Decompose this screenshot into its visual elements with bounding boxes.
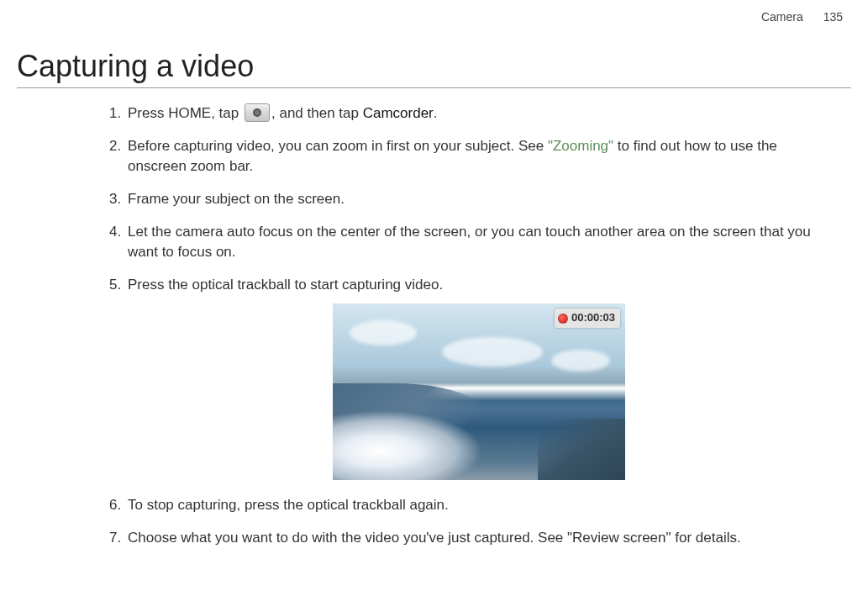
header-section: Camera [761,10,803,24]
steps-list: Press HOME, tap , and then tap Camcorder… [109,103,830,549]
recording-timer-badge: 00:00:03 [555,309,620,328]
timer-text: 00:00:03 [571,310,615,326]
page-header: Camera 135 [17,8,851,24]
video-capture-screenshot: 00:00:03 [333,303,625,480]
cloud-decoration [442,337,543,367]
step-3-text: Frame your subject on the screen. [128,191,345,207]
step-1-text-c: . [434,105,438,121]
record-indicator-icon [558,314,568,324]
content-area: Press HOME, tap , and then tap Camcorder… [17,103,851,549]
step-7-text: Choose what you want to do with the vide… [128,530,741,546]
step-5-text: Press the optical trackball to start cap… [128,277,443,293]
step-6-text: To stop capturing, press the optical tra… [128,497,449,513]
step-2: Before capturing video, you can zoom in … [109,136,830,177]
cloud-decoration [350,320,417,346]
step-5: Press the optical trackball to start cap… [109,275,830,481]
step-1-text-a: Press HOME, tap [128,105,243,121]
zooming-link[interactable]: "Zooming" [548,138,613,154]
step-3: Frame your subject on the screen. [109,189,830,210]
screenshot-container: 00:00:03 [128,303,830,480]
apps-grid-icon [245,103,270,122]
step-1: Press HOME, tap , and then tap Camcorder… [109,103,830,124]
header-page-number: 135 [823,10,843,24]
step-6: To stop capturing, press the optical tra… [109,495,830,516]
step-1-text-b: , and then tap [271,105,363,121]
step-1-bold: Camcorder [363,105,434,121]
page-title: Capturing a video [17,49,851,84]
step-4-text: Let the camera auto focus on the center … [128,224,811,261]
step-4: Let the camera auto focus on the center … [109,222,830,263]
step-2-text-a: Before capturing video, you can zoom in … [128,138,548,154]
title-divider [17,87,851,88]
cloud-decoration [551,350,610,372]
step-7: Choose what you want to do with the vide… [109,528,830,549]
